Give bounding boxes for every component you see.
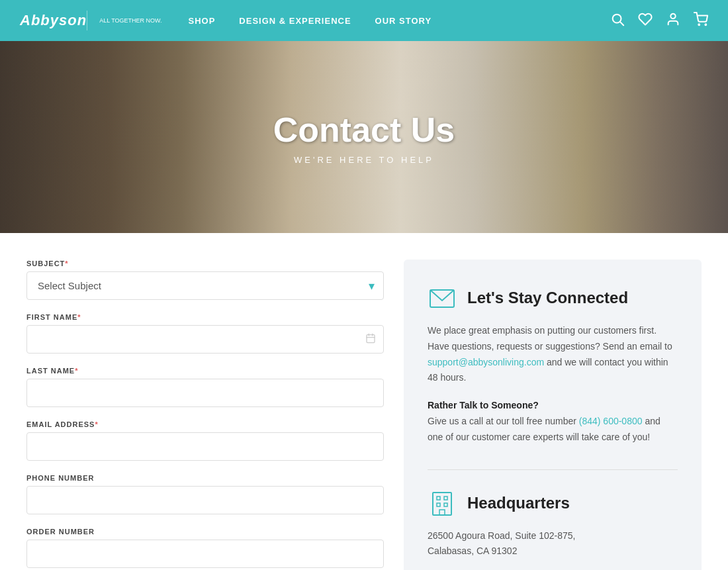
firstname-group: FIRST NAME* [26,313,384,354]
firstname-label: FIRST NAME* [26,313,384,321]
hero-subtitle: WE'RE HERE TO HELP [273,155,455,165]
hq-header: Headquarters [428,489,678,518]
hero-title: Contact Us [273,110,455,150]
cart-icon[interactable] [694,12,708,30]
order-group: ORDER NUMBER [26,528,384,568]
email-link[interactable]: support@abbysonliving.com [428,357,544,367]
subject-select-wrapper: Select Subject [26,271,384,300]
building-icon [428,489,457,518]
svg-rect-14 [444,503,447,506]
navbar: Abbyson all together now. SHOP DESIGN & … [0,0,728,41]
main-content: SUBJECT* Select Subject FIRST NAME* [0,233,728,570]
hq-title: Headquarters [467,494,570,512]
nav-our-story[interactable]: OUR STORY [375,16,432,26]
order-input[interactable] [26,540,384,568]
hq-address: 26500 Agoura Road, Suite 102-875, Calaba… [428,528,678,560]
lastname-input[interactable] [26,379,384,407]
svg-rect-15 [439,510,445,515]
phone-label: PHONE NUMBER [26,474,384,482]
lastname-label: LAST NAME* [26,367,384,375]
nav-shop[interactable]: SHOP [188,16,215,26]
connected-header: Let's Stay Connected [428,283,678,312]
svg-rect-5 [367,334,375,342]
info-panel: Let's Stay Connected We place great emph… [404,260,702,570]
email-label: EMAIL ADDRESS* [26,420,384,428]
search-icon[interactable] [610,12,625,30]
calendar-icon [365,333,376,346]
svg-point-2 [670,13,675,18]
firstname-input-wrapper [26,325,384,354]
phone-link[interactable]: (844) 600-0800 [579,416,643,426]
subject-group: SUBJECT* Select Subject [26,260,384,300]
hq-block: Headquarters 26500 Agoura Road, Suite 10… [428,489,678,570]
logo-divider [87,11,87,30]
phone-input[interactable] [26,486,384,514]
email-group: EMAIL ADDRESS* [26,420,384,461]
talk-body: Rather Talk to Someone? Give us a call a… [428,398,678,445]
logo-tagline: all together now. [99,17,161,24]
info-divider [428,469,678,470]
envelope-icon [428,283,457,312]
hero-banner: Contact Us WE'RE HERE TO HELP [0,41,728,233]
user-icon[interactable] [666,12,680,30]
svg-rect-11 [437,497,440,500]
svg-line-1 [620,22,623,25]
contact-form: SUBJECT* Select Subject FIRST NAME* [26,260,384,570]
connected-block: Let's Stay Connected We place great emph… [428,283,678,446]
svg-rect-13 [437,503,440,506]
svg-point-4 [705,24,706,25]
email-input[interactable] [26,432,384,461]
svg-rect-12 [444,497,447,500]
nav-design[interactable]: DESIGN & EXPERIENCE [239,16,351,26]
lastname-group: LAST NAME* [26,367,384,407]
logo: Abbyson all together now. [20,11,161,30]
phone-group: PHONE NUMBER [26,474,384,514]
subject-label: SUBJECT* [26,260,384,267]
order-label: ORDER NUMBER [26,528,384,536]
nav-links: SHOP DESIGN & EXPERIENCE OUR STORY [188,16,610,26]
heart-icon[interactable] [638,12,653,30]
svg-point-3 [698,24,700,25]
connected-body: We place great emphasis on putting our c… [428,323,678,386]
subject-select[interactable]: Select Subject [26,271,384,300]
logo-text: Abbyson [20,12,87,29]
connected-title: Let's Stay Connected [467,289,628,307]
svg-rect-10 [433,493,451,515]
nav-icons [610,12,708,30]
firstname-input[interactable] [26,325,384,354]
hero-content: Contact Us WE'RE HERE TO HELP [273,110,455,165]
